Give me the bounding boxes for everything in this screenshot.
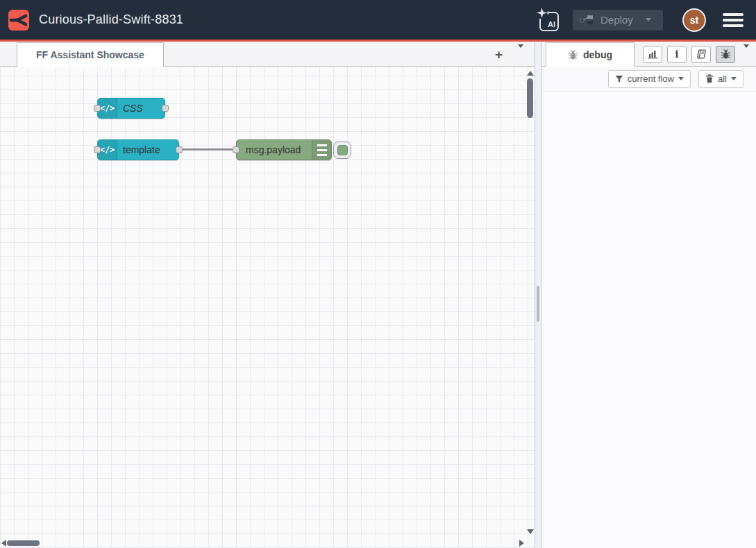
bug-icon bbox=[721, 49, 731, 60]
info-sidebar-button[interactable]: i bbox=[667, 46, 687, 63]
template-icon: </> bbox=[98, 99, 117, 118]
debug-clear-button[interactable]: all bbox=[698, 70, 744, 88]
deploy-button[interactable]: Deploy bbox=[573, 10, 663, 31]
flow-tab-label: FF Assistant Showcase bbox=[36, 49, 144, 60]
app-header: Curious-Pallid-Swift-8831 AI Deploy bbox=[0, 0, 756, 40]
dashboard-chart-button[interactable] bbox=[643, 46, 662, 63]
flow-tab[interactable]: FF Assistant Showcase bbox=[17, 42, 164, 67]
menu-bar bbox=[723, 19, 744, 22]
main-menu-button[interactable] bbox=[721, 10, 745, 30]
node-css-template[interactable]: </> CSS bbox=[97, 98, 165, 119]
scroll-up-arrow[interactable] bbox=[527, 71, 534, 76]
chevron-down-icon bbox=[744, 44, 749, 60]
node-template[interactable]: </> template bbox=[97, 139, 179, 160]
book-icon bbox=[696, 49, 707, 59]
chevron-down-icon bbox=[678, 77, 684, 80]
sparkle-small-icon bbox=[546, 10, 551, 15]
horizontal-scrollbar bbox=[0, 538, 526, 548]
scroll-right-arrow[interactable] bbox=[519, 540, 524, 547]
output-port[interactable] bbox=[176, 146, 183, 153]
scroll-left-arrow[interactable] bbox=[1, 540, 6, 547]
help-sidebar-button[interactable] bbox=[691, 46, 711, 63]
debug-sidebar-button[interactable] bbox=[716, 46, 735, 63]
instance-title: Curious-Pallid-Swift-8831 bbox=[39, 12, 183, 27]
filter-funnel-icon bbox=[615, 75, 623, 83]
sidebar: debug i bbox=[541, 42, 756, 548]
add-flow-button[interactable]: + bbox=[495, 48, 503, 61]
wire-template-to-debug[interactable] bbox=[183, 148, 233, 151]
deploy-options-caret-icon[interactable] bbox=[646, 18, 651, 22]
workspace: FF Assistant Showcase + </> CSS bbox=[0, 42, 535, 548]
flow-list-button[interactable] bbox=[516, 45, 525, 63]
chevron-down-icon bbox=[731, 77, 737, 80]
menu-bar bbox=[723, 24, 744, 27]
debug-filter-row: current flow all bbox=[541, 67, 756, 92]
sidebar-tabs-menu-button[interactable] bbox=[741, 45, 751, 63]
flow-canvas[interactable]: </> CSS </> template msg.paylo bbox=[0, 67, 535, 548]
node-debug-msg-payload[interactable]: msg.payload bbox=[236, 139, 332, 160]
deploy-icon bbox=[580, 15, 594, 26]
input-port[interactable] bbox=[233, 146, 240, 153]
output-port[interactable] bbox=[162, 105, 169, 112]
sidebar-tab-debug[interactable]: debug bbox=[546, 42, 635, 67]
scroll-down-arrow[interactable] bbox=[527, 529, 534, 534]
debug-messages-panel[interactable] bbox=[541, 92, 756, 548]
info-icon: i bbox=[675, 49, 678, 59]
debug-enable-toggle[interactable] bbox=[333, 142, 351, 159]
separator-grip[interactable] bbox=[537, 286, 539, 322]
bar-chart-icon bbox=[647, 49, 658, 59]
node-label: CSS bbox=[123, 99, 160, 118]
sidebar-tabbar: debug i bbox=[541, 42, 756, 67]
template-icon: </> bbox=[98, 140, 117, 160]
debug-scope-filter-button[interactable]: current flow bbox=[608, 70, 691, 88]
chevron-down-icon bbox=[518, 44, 523, 60]
debug-console-icon bbox=[312, 140, 331, 160]
input-port[interactable] bbox=[94, 105, 101, 112]
node-label: msg.payload bbox=[246, 140, 308, 160]
sidebar-tab-label: debug bbox=[583, 49, 612, 60]
vertical-scrollbar-thumb[interactable] bbox=[527, 78, 533, 118]
vertical-scrollbar bbox=[526, 67, 535, 538]
input-port[interactable] bbox=[94, 146, 101, 153]
ai-assistant-button[interactable]: AI bbox=[537, 8, 562, 33]
user-avatar[interactable]: st bbox=[682, 8, 706, 32]
menu-bar bbox=[723, 13, 744, 16]
sidebar-resize-separator[interactable] bbox=[535, 42, 541, 548]
bug-icon bbox=[568, 49, 578, 60]
horizontal-scrollbar-thumb[interactable] bbox=[7, 540, 40, 546]
deploy-label: Deploy bbox=[600, 14, 633, 26]
flowfuse-logo-icon bbox=[8, 10, 29, 31]
node-label: template bbox=[123, 140, 174, 160]
workspace-tabbar: FF Assistant Showcase + bbox=[0, 42, 535, 67]
trash-icon bbox=[705, 74, 714, 83]
